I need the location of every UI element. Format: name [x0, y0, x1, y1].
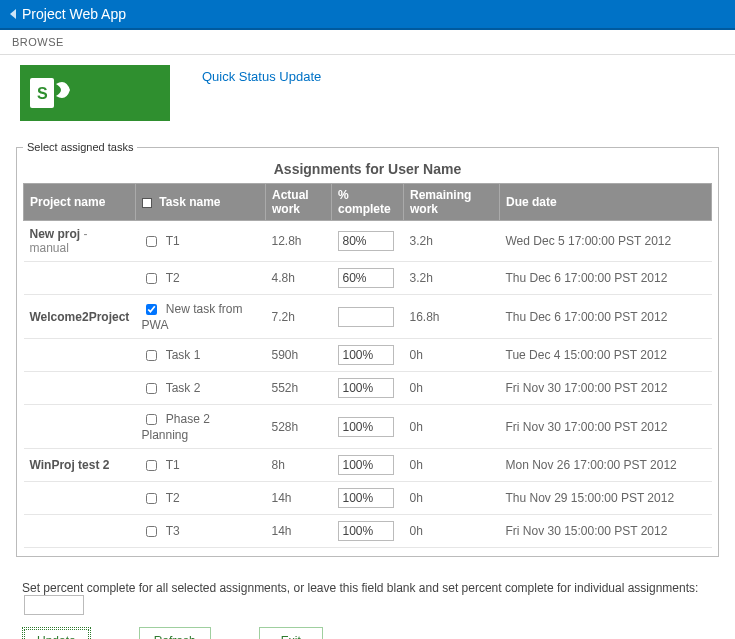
pct-input[interactable] — [338, 488, 394, 508]
cell-project — [24, 262, 136, 295]
table-row: Task 2 552h 0h Fri Nov 30 17:00:00 PST 2… — [24, 372, 712, 405]
row-checkbox[interactable] — [146, 493, 157, 504]
cell-task: Task 2 — [136, 372, 266, 405]
pct-input[interactable] — [338, 521, 394, 541]
pct-input[interactable] — [338, 417, 394, 437]
pct-input[interactable] — [338, 345, 394, 365]
assignments-table: Project name Task name Actual work % com… — [23, 183, 712, 548]
cell-actual: 528h — [266, 405, 332, 449]
cell-project: WinProj test 2 — [24, 449, 136, 482]
quick-status-link[interactable]: Quick Status Update — [202, 69, 321, 84]
cell-remaining: 0h — [404, 515, 500, 548]
col-due: Due date — [500, 184, 712, 221]
cell-pct — [332, 405, 404, 449]
row-checkbox[interactable] — [146, 304, 157, 315]
sharepoint-logo-tile: S — [20, 65, 170, 121]
bulk-percent-input[interactable] — [24, 595, 84, 615]
cell-remaining: 0h — [404, 339, 500, 372]
task-label: T2 — [166, 270, 180, 284]
cell-project — [24, 482, 136, 515]
table-row: T2 4.8h 3.2h Thu Dec 6 17:00:00 PST 2012 — [24, 262, 712, 295]
cell-remaining: 3.2h — [404, 262, 500, 295]
col-task-label: Task name — [159, 195, 220, 209]
select-all-checkbox[interactable] — [142, 198, 152, 208]
cell-project: Welcome2Project — [24, 295, 136, 339]
cell-task: Phase 2 Planning — [136, 405, 266, 449]
bulk-text: Set percent complete for all selected as… — [22, 581, 698, 595]
cell-task: T2 — [136, 262, 266, 295]
cell-due: Tue Dec 4 15:00:00 PST 2012 — [500, 339, 712, 372]
cell-pct — [332, 295, 404, 339]
table-row: T3 14h 0h Fri Nov 30 15:00:00 PST 2012 — [24, 515, 712, 548]
row-checkbox[interactable] — [146, 350, 157, 361]
app-title: Project Web App — [22, 6, 126, 22]
task-label: Task 1 — [166, 347, 201, 361]
pct-input[interactable] — [338, 455, 394, 475]
ribbon-tab-browse[interactable]: BROWSE — [12, 36, 64, 48]
row-checkbox[interactable] — [146, 273, 157, 284]
assigned-tasks-fieldset: Select assigned tasks Assignments for Us… — [16, 141, 719, 557]
exit-button[interactable]: Exit — [259, 627, 323, 639]
update-button[interactable]: Update — [22, 627, 91, 639]
col-remaining: Remaining work — [404, 184, 500, 221]
fieldset-legend: Select assigned tasks — [23, 141, 137, 153]
cell-actual: 14h — [266, 515, 332, 548]
task-label: T1 — [166, 233, 180, 247]
task-label: T1 — [166, 457, 180, 471]
row-checkbox[interactable] — [146, 236, 157, 247]
table-row: New proj - manual T1 12.8h 3.2h Wed Dec … — [24, 221, 712, 262]
row-checkbox[interactable] — [146, 526, 157, 537]
cell-due: Thu Dec 6 17:00:00 PST 2012 — [500, 295, 712, 339]
cell-project — [24, 405, 136, 449]
cell-actual: 8h — [266, 449, 332, 482]
refresh-button[interactable]: Refresh — [139, 627, 211, 639]
col-actual: Actual work — [266, 184, 332, 221]
pct-input[interactable] — [338, 378, 394, 398]
cell-pct — [332, 262, 404, 295]
cell-remaining: 0h — [404, 482, 500, 515]
cell-actual: 4.8h — [266, 262, 332, 295]
bulk-percent-row: Set percent complete for all selected as… — [0, 567, 735, 621]
cell-actual: 590h — [266, 339, 332, 372]
cell-project — [24, 515, 136, 548]
cell-due: Thu Dec 6 17:00:00 PST 2012 — [500, 262, 712, 295]
pct-input[interactable] — [338, 231, 394, 251]
row-checkbox[interactable] — [146, 460, 157, 471]
cell-task: T2 — [136, 482, 266, 515]
cell-pct — [332, 515, 404, 548]
table-header-row: Project name Task name Actual work % com… — [24, 184, 712, 221]
title-bar: Project Web App — [0, 0, 735, 30]
table-row: T2 14h 0h Thu Nov 29 15:00:00 PST 2012 — [24, 482, 712, 515]
button-row: Update Refresh Exit — [0, 621, 735, 639]
pct-input[interactable] — [338, 307, 394, 327]
table-row: Phase 2 Planning 528h 0h Fri Nov 30 17:0… — [24, 405, 712, 449]
cell-task: T1 — [136, 221, 266, 262]
svg-text:S: S — [37, 85, 48, 102]
cell-remaining: 0h — [404, 405, 500, 449]
row-checkbox[interactable] — [146, 383, 157, 394]
back-icon[interactable] — [10, 9, 16, 19]
cell-pct — [332, 221, 404, 262]
cell-actual: 14h — [266, 482, 332, 515]
cell-due: Mon Nov 26 17:00:00 PST 2012 — [500, 449, 712, 482]
cell-project — [24, 372, 136, 405]
cell-task: T1 — [136, 449, 266, 482]
cell-due: Wed Dec 5 17:00:00 PST 2012 — [500, 221, 712, 262]
cell-pct — [332, 482, 404, 515]
table-row: WinProj test 2 T1 8h 0h Mon Nov 26 17:00… — [24, 449, 712, 482]
sharepoint-icon: S — [30, 74, 74, 112]
pct-input[interactable] — [338, 268, 394, 288]
cell-project — [24, 339, 136, 372]
header-row: S Quick Status Update — [0, 55, 735, 135]
cell-due: Thu Nov 29 15:00:00 PST 2012 — [500, 482, 712, 515]
col-project: Project name — [24, 184, 136, 221]
cell-actual: 7.2h — [266, 295, 332, 339]
col-pct: % complete — [332, 184, 404, 221]
task-label: T3 — [166, 523, 180, 537]
cell-remaining: 3.2h — [404, 221, 500, 262]
cell-project: New proj - manual — [24, 221, 136, 262]
task-label: New task from PWA — [142, 302, 243, 332]
cell-remaining: 16.8h — [404, 295, 500, 339]
row-checkbox[interactable] — [146, 414, 157, 425]
cell-task: Task 1 — [136, 339, 266, 372]
